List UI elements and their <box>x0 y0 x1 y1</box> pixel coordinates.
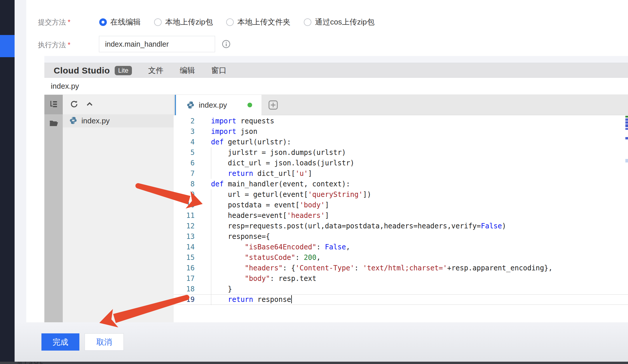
minimap-mark <box>625 121 628 124</box>
code-line-15[interactable]: 15 "statusCode": 200, <box>174 252 628 263</box>
code-text: dict_url = json.loads(jurlstr) <box>211 158 354 168</box>
text-cursor <box>291 295 292 303</box>
code-line-5[interactable]: 5 jurlstr = json.dumps(urlstr) <box>174 147 628 158</box>
line-number: 17 <box>174 273 195 284</box>
submit-method-radio-group: 在线编辑本地上传zip包本地上传文件夹通过cos上传zip包 <box>99 17 374 27</box>
cancel-button[interactable]: 取消 <box>85 333 124 351</box>
line-number: 14 <box>174 242 195 252</box>
code-text: "headers": {'Content-Type': 'text/html;c… <box>211 263 552 273</box>
code-line-7[interactable]: 7 return dict_url['u'] <box>174 168 628 179</box>
radio-option-1[interactable]: 本地上传zip包 <box>154 17 213 27</box>
code-line-6[interactable]: 6 dict_url = json.loads(jurlstr) <box>174 158 628 168</box>
line-number: 11 <box>174 210 195 221</box>
footer-bar: 完成 取消 <box>15 322 628 362</box>
code-text: "body": resp.text <box>211 273 316 284</box>
code-area[interactable]: 2import requests3import json4def geturl(… <box>174 115 628 322</box>
code-line-9[interactable]: 9 url = geturl(event['queryString']) <box>174 189 628 200</box>
line-number: 4 <box>174 137 195 147</box>
code-line-10[interactable]: 10 postdata = event['body'] <box>174 200 628 210</box>
code-lines: 2import requests3import json4def geturl(… <box>174 116 628 305</box>
radio-option-label: 本地上传zip包 <box>165 17 213 27</box>
line-number: 19 <box>174 295 195 304</box>
code-text: return dict_url['u'] <box>211 168 312 179</box>
line-number: 3 <box>174 126 195 137</box>
code-text: return response <box>211 295 292 304</box>
code-line-14[interactable]: 14 "isBase64Encoded": False, <box>174 242 628 252</box>
code-text: "isBase64Encoded": False, <box>211 242 350 252</box>
line-number: 15 <box>174 252 195 263</box>
code-text: resp=requests.post(url,data=postdata,hea… <box>211 221 506 231</box>
exec-method-input[interactable] <box>99 36 215 52</box>
code-line-17[interactable]: 17 "body": resp.text <box>174 273 628 284</box>
code-line-13[interactable]: 13 response={ <box>174 231 628 242</box>
unsaved-changes-dot <box>247 103 252 107</box>
file-explorer: index.py <box>63 95 174 322</box>
line-number: 13 <box>174 231 195 242</box>
radio-unselected-icon[interactable] <box>304 18 311 26</box>
code-line-19[interactable]: 19 return response <box>174 294 628 305</box>
radio-unselected-icon[interactable] <box>154 18 162 26</box>
code-text: headers=event['headers'] <box>211 210 329 221</box>
editor-tab-indexpy[interactable]: index.py <box>175 95 261 115</box>
code-line-11[interactable]: 11 headers=event['headers'] <box>174 210 628 221</box>
code-text: def geturl(urlstr): <box>211 137 291 147</box>
breadcrumb: index.py <box>51 82 79 91</box>
tree-icon <box>49 100 58 110</box>
code-text: def main_handler(event, context): <box>211 179 350 189</box>
cloud-studio-logo: Cloud Studio <box>54 66 110 76</box>
menu-edit[interactable]: 编辑 <box>180 65 195 76</box>
line-number: 16 <box>174 263 195 273</box>
line-number: 12 <box>174 221 195 231</box>
file-name: index.py <box>81 116 110 125</box>
minimap-mark <box>625 116 628 118</box>
menu-window[interactable]: 窗口 <box>211 65 226 76</box>
explorer-toolbar <box>63 95 174 114</box>
code-text: "statusCode": 200, <box>211 252 321 263</box>
code-text: } <box>211 284 232 294</box>
sidebar-active-item[interactable] <box>0 35 15 57</box>
new-tab-button[interactable] <box>268 99 279 111</box>
code-text: import json <box>211 126 257 137</box>
code-text: jurlstr = json.dumps(urlstr) <box>211 147 346 158</box>
info-icon[interactable] <box>222 40 231 48</box>
code-line-2[interactable]: 2import requests <box>174 116 628 126</box>
code-line-3[interactable]: 3import json <box>174 126 628 137</box>
code-line-12[interactable]: 12 resp=requests.post(url,data=postdata,… <box>174 221 628 231</box>
secondary-sidebar <box>15 0 26 322</box>
required-mark: * <box>68 18 70 26</box>
code-line-18[interactable]: 18 } <box>174 284 628 294</box>
code-line-8[interactable]: 8def main_handler(event, context): <box>174 179 628 189</box>
python-file-icon <box>69 116 77 126</box>
minimap[interactable] <box>625 115 628 322</box>
minimap-mark <box>625 137 628 139</box>
radio-unselected-icon[interactable] <box>226 18 234 26</box>
line-number: 18 <box>174 284 195 294</box>
code-line-16[interactable]: 16 "headers": {'Content-Type': 'text/htm… <box>174 263 628 273</box>
editor-tabstrip: index.py <box>174 95 628 115</box>
menu-file[interactable]: 文件 <box>148 65 163 76</box>
exec-method-label: 执行方法* <box>38 40 70 50</box>
explorer-view-button[interactable] <box>44 95 63 114</box>
explorer-file-item[interactable]: index.py <box>63 114 174 127</box>
minimap-mark <box>625 118 628 121</box>
clipped-text: MYSQL <box>18 362 45 364</box>
radio-option-label: 本地上传文件夹 <box>237 17 290 27</box>
radio-option-label: 通过cos上传zip包 <box>315 17 374 27</box>
app-sidebar[interactable] <box>0 0 15 362</box>
collapse-icon[interactable] <box>86 100 94 109</box>
tab-title: index.py <box>199 101 227 110</box>
code-line-4[interactable]: 4def geturl(urlstr): <box>174 137 628 147</box>
folder-view-button[interactable] <box>44 119 63 129</box>
radio-option-2[interactable]: 本地上传文件夹 <box>226 17 290 27</box>
radio-option-3[interactable]: 通过cos上传zip包 <box>304 17 374 27</box>
minimap-mark <box>625 124 628 127</box>
breadcrumb-bar: index.py <box>44 78 628 95</box>
lite-badge: Lite <box>115 66 132 75</box>
radio-selected-icon[interactable] <box>99 18 107 26</box>
done-button[interactable]: 完成 <box>41 333 79 351</box>
code-text: url = geturl(event['queryString']) <box>211 189 371 200</box>
refresh-icon[interactable] <box>70 100 78 110</box>
code-text: postdata = event['body'] <box>211 200 329 210</box>
radio-option-0[interactable]: 在线编辑 <box>99 17 141 27</box>
line-number: 8 <box>174 179 195 189</box>
